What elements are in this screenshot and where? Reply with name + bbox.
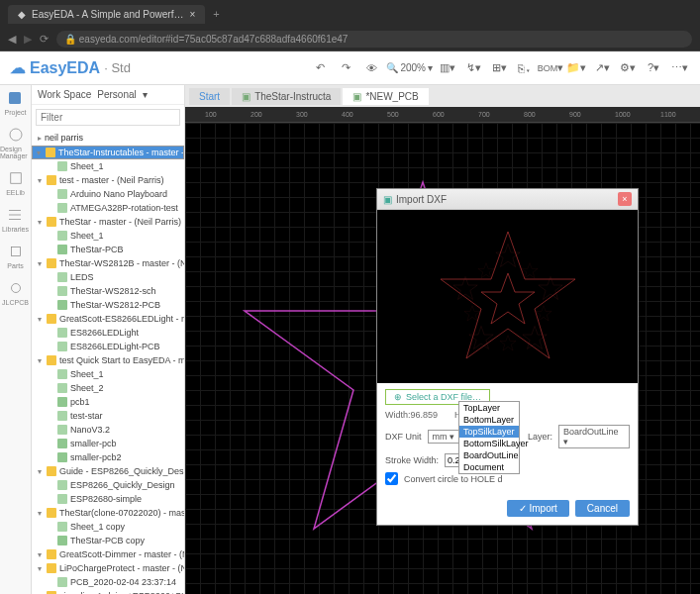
tree-item[interactable]: GreatScott-ES8266LEDLight - mast bbox=[32, 312, 184, 326]
layer-option[interactable]: BottomSilkLayer bbox=[459, 438, 519, 449]
browser-tab[interactable]: ◆ EasyEDA - A Simple and Powerf… × bbox=[8, 5, 205, 24]
tree-item[interactable]: Guide - ESP8266_Quickly_Design bbox=[32, 464, 184, 478]
app-logo[interactable]: ☁ EasyEDA · Std bbox=[10, 58, 131, 77]
forward-icon[interactable]: ▶ bbox=[24, 33, 32, 46]
tree-item[interactable]: GreatScott-Dimmer - master - (Nei bbox=[32, 547, 184, 561]
tree-item[interactable]: LiPoChargeProtect - master - (Nei bbox=[32, 561, 184, 575]
bom-button[interactable]: BOM▾ bbox=[540, 57, 561, 79]
rail-eelib[interactable]: EELib bbox=[6, 169, 25, 196]
close-icon[interactable]: × bbox=[189, 9, 195, 20]
layer-option[interactable]: TopSilkLayer bbox=[459, 426, 519, 438]
tree-item[interactable]: TheStar(clone-07022020) - master bbox=[32, 506, 184, 520]
layer-dropdown-list[interactable]: TopLayerBottomLayerTopSilkLayerBottomSil… bbox=[458, 401, 520, 474]
dxf-unit-select[interactable]: mm ▾ bbox=[428, 430, 460, 444]
plus-icon: ⊕ bbox=[394, 392, 402, 402]
tree-item[interactable]: test - master - (Neil Parris) bbox=[32, 173, 184, 187]
folder-icon bbox=[47, 258, 56, 268]
cloud-icon: ☁ bbox=[10, 58, 26, 77]
folder-icon bbox=[47, 217, 56, 227]
tree-item[interactable]: TheStar-PCB copy bbox=[32, 534, 184, 547]
tree-item[interactable]: test Quick Start to EasyEDA - mast bbox=[32, 353, 184, 367]
tree-item[interactable]: TheStar-PCB bbox=[32, 243, 184, 256]
document-tabs: Start▣TheStar-Instructa▣*NEW_PCB bbox=[185, 85, 700, 107]
tree-item[interactable]: PCB_2020-02-04 23:37:14 bbox=[32, 575, 184, 589]
tree-item[interactable]: TheStar - master - (Neil Parris) bbox=[32, 215, 184, 229]
dialog-titlebar[interactable]: ▣ Import DXF × bbox=[377, 189, 638, 210]
document-tab[interactable]: ▣*NEW_PCB bbox=[343, 88, 428, 105]
lock-icon: 🔒 bbox=[64, 34, 76, 45]
layer-option[interactable]: BoardOutLine bbox=[459, 449, 519, 461]
layer-option[interactable]: Document bbox=[459, 461, 519, 473]
tools-button[interactable]: ⊞▾ bbox=[488, 57, 510, 79]
tree-item[interactable]: Sheet_1 bbox=[32, 229, 184, 243]
browser-tab-bar: ◆ EasyEDA - A Simple and Powerf… × + bbox=[0, 0, 700, 28]
undo-button[interactable]: ↶ bbox=[309, 57, 331, 79]
help-button[interactable]: ?▾ bbox=[643, 57, 664, 79]
import-button[interactable]: ✓Import bbox=[507, 500, 569, 517]
rail-parts[interactable]: Parts bbox=[7, 243, 25, 269]
chevron-down-icon[interactable]: ▾ bbox=[143, 89, 148, 100]
redo-button[interactable]: ↷ bbox=[335, 57, 356, 79]
tree-selected-project[interactable]: TheStar-Instructables - master - (N bbox=[32, 146, 184, 159]
tree-item[interactable]: signaling Arduino+ESP8266+SIM8 bbox=[32, 589, 184, 594]
rail-libraries[interactable]: Libraries bbox=[2, 206, 29, 233]
layer-select[interactable]: BoardOutLine ▾ bbox=[558, 425, 630, 448]
route-button[interactable]: ↯▾ bbox=[462, 57, 484, 79]
tree-item[interactable]: Sheet_1 copy bbox=[32, 520, 184, 534]
document-tab[interactable]: Start bbox=[189, 88, 230, 105]
address-bar: ◀ ▶ ⟳ 🔒 easyeda.com/editor#id=75ac05c87a… bbox=[0, 28, 700, 51]
convert-circle-checkbox[interactable] bbox=[385, 472, 398, 485]
filter-input[interactable] bbox=[36, 109, 180, 126]
tree-item[interactable]: NanoV3.2 bbox=[32, 423, 184, 437]
dialog-close-button[interactable]: × bbox=[618, 192, 632, 206]
tree-item[interactable]: pcb1 bbox=[32, 395, 184, 409]
rail-jlcpcb[interactable]: JLCPCB bbox=[2, 279, 29, 306]
tree-item[interactable]: ATMEGA328P-rotation-test bbox=[32, 201, 184, 215]
file-icon bbox=[57, 203, 67, 213]
project-tree[interactable]: neil parris TheStar-Instructables - mast… bbox=[32, 130, 184, 594]
workspace-scope[interactable]: Personal bbox=[97, 89, 136, 100]
tree-item[interactable]: Sheet_1 bbox=[32, 159, 184, 173]
tree-item[interactable]: smaller-pcb bbox=[32, 437, 184, 450]
tree-item[interactable]: TheStar-WS2812-sch bbox=[32, 284, 184, 298]
tree-item[interactable]: ESP8266_Quickly_Design bbox=[32, 478, 184, 492]
folder-icon bbox=[47, 508, 56, 518]
tree-item[interactable]: Sheet_1 bbox=[32, 367, 184, 381]
layer-option[interactable]: BottomLayer bbox=[459, 414, 519, 426]
file-icon bbox=[57, 342, 67, 351]
reload-icon[interactable]: ⟳ bbox=[40, 33, 49, 46]
tree-item[interactable]: test-star bbox=[32, 409, 184, 423]
tree-item[interactable]: ES8266LEDLight-PCB bbox=[32, 340, 184, 353]
visibility-button[interactable]: 👁 bbox=[360, 57, 382, 79]
tree-item[interactable]: Sheet_2 bbox=[32, 381, 184, 395]
share-button[interactable]: ↗▾ bbox=[591, 57, 613, 79]
tree-item[interactable]: LEDS bbox=[32, 270, 184, 284]
rail-design-manager[interactable]: Design Manager bbox=[0, 126, 31, 159]
svg-rect-0 bbox=[9, 92, 21, 104]
url-field[interactable]: 🔒 easyeda.com/editor#id=75ac05c87ad47c68… bbox=[56, 31, 692, 48]
cancel-button[interactable]: Cancel bbox=[575, 500, 630, 517]
document-tab[interactable]: ▣TheStar-Instructa bbox=[232, 88, 341, 105]
back-icon[interactable]: ◀ bbox=[8, 33, 16, 46]
layer-option[interactable]: TopLayer bbox=[459, 402, 519, 414]
tree-item[interactable]: ES8266LEDLight bbox=[32, 326, 184, 340]
rail-project[interactable]: Project bbox=[5, 89, 27, 116]
file-icon bbox=[57, 522, 67, 532]
export-button[interactable]: 📁▾ bbox=[565, 57, 587, 79]
tree-item[interactable]: Arduino Nano Playboard bbox=[32, 187, 184, 201]
tree-item[interactable]: TheStar-WS2812B - master - (N bbox=[32, 256, 184, 270]
file-icon bbox=[57, 480, 67, 490]
settings-button[interactable]: ⚙▾ bbox=[617, 57, 639, 79]
tree-item[interactable]: ESP82680-simple bbox=[32, 492, 184, 506]
chevron-down-icon: ▾ bbox=[428, 62, 433, 73]
svg-marker-6 bbox=[441, 232, 575, 358]
tree-item[interactable]: smaller-pcb2 bbox=[32, 450, 184, 464]
file-icon bbox=[57, 425, 67, 435]
layers-button[interactable]: ▥▾ bbox=[437, 57, 458, 79]
menu-button[interactable]: ⋯▾ bbox=[668, 57, 690, 79]
zoom-control[interactable]: 🔍 200% ▾ bbox=[386, 62, 433, 73]
tree-owner[interactable]: neil parris bbox=[32, 130, 184, 146]
copy-button[interactable]: ⎘▾ bbox=[514, 57, 536, 79]
tree-item[interactable]: TheStar-WS2812-PCB bbox=[32, 298, 184, 312]
new-tab-button[interactable]: + bbox=[213, 8, 219, 20]
